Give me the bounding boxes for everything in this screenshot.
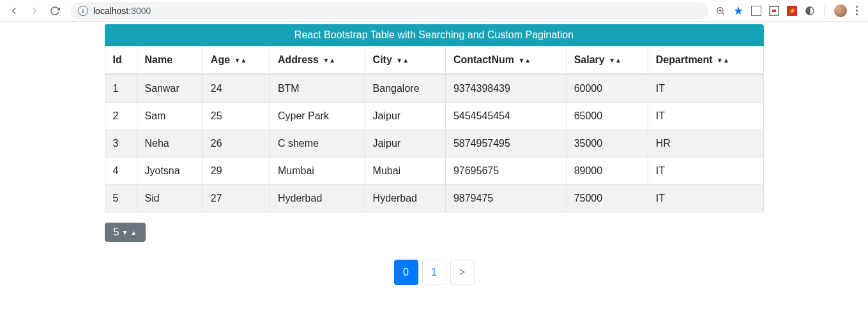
sort-desc-icon: ▼: [323, 57, 329, 64]
cell-id: 3: [105, 130, 137, 158]
cell-city: Hyderbad: [365, 185, 445, 212]
sort-desc-icon: ▼: [717, 57, 723, 64]
column-header-city[interactable]: City ▼ ▲: [365, 47, 445, 75]
cell-age: 24: [202, 75, 270, 103]
cell-salary: 75000: [566, 185, 648, 212]
menu-dots-icon[interactable]: [853, 3, 860, 18]
back-button[interactable]: [5, 2, 23, 20]
reload-button[interactable]: [46, 2, 64, 20]
info-icon: i: [78, 6, 88, 16]
column-label: ContactNum: [453, 54, 514, 65]
cell-id: 2: [105, 103, 137, 130]
data-table: IdNameAge ▼ ▲Address ▼ ▲City ▼ ▲ContactN…: [105, 46, 764, 212]
cell-contact: 5874957495: [445, 130, 566, 158]
pagination: 01>: [105, 260, 764, 285]
column-header-age[interactable]: Age ▼ ▲: [202, 47, 270, 75]
page-size-dropdown[interactable]: 5 ▼ ▲: [105, 223, 146, 242]
cell-age: 29: [202, 158, 270, 185]
sort-icons: ▼ ▲: [518, 57, 531, 64]
cell-id: 1: [105, 75, 137, 103]
address-bar[interactable]: i localhost:3000: [70, 2, 708, 20]
cell-city: Bangalore: [365, 75, 445, 103]
column-header-name: Name: [137, 47, 202, 75]
extension-red-icon[interactable]: ⚡: [786, 5, 798, 17]
sort-desc-icon: ▼: [396, 57, 402, 64]
cell-contact: 5454545454: [445, 103, 566, 130]
table-row: 1Sanwar24BTMBangalore937439843960000IT: [105, 75, 763, 103]
extension-box-icon[interactable]: [750, 5, 762, 17]
cell-name: Sam: [137, 103, 202, 130]
toolbar-right: ★ ⚡: [715, 3, 863, 18]
sort-asc-icon: ▲: [723, 57, 729, 64]
column-header-id: Id: [105, 47, 137, 75]
column-header-address[interactable]: Address ▼ ▲: [270, 47, 365, 75]
extension-card-icon[interactable]: [768, 5, 780, 17]
table-row: 3Neha26C shemeJaipur587495749535000HR: [105, 130, 763, 158]
table-row: 4Jyotsna29MumbaiMubai9769567589000IT: [105, 158, 763, 185]
caret-up-icon: ▲: [130, 229, 137, 236]
sort-icons: ▼ ▲: [323, 57, 335, 64]
column-label: Address: [278, 54, 319, 65]
browser-toolbar: i localhost:3000 ★ ⚡: [0, 0, 868, 22]
cell-city: Jaipur: [365, 103, 445, 130]
cell-contact: 9879475: [445, 185, 566, 212]
column-label: Age: [211, 54, 230, 65]
sort-icons: ▼ ▲: [717, 57, 729, 64]
cell-salary: 65000: [566, 103, 648, 130]
table-body: 1Sanwar24BTMBangalore937439843960000IT2S…: [105, 75, 763, 212]
page-next-button[interactable]: >: [450, 260, 475, 285]
cell-dept: IT: [648, 185, 763, 212]
zoom-icon[interactable]: [715, 5, 726, 17]
cell-address: Mumbai: [270, 158, 365, 185]
cell-age: 25: [202, 103, 270, 130]
sort-desc-icon: ▼: [234, 57, 241, 64]
sort-icons: ▼ ▲: [234, 57, 247, 64]
cell-id: 5: [105, 185, 137, 212]
cell-name: Jyotsna: [137, 158, 202, 185]
cell-age: 26: [202, 130, 270, 158]
page-container: React Bootstrap Table with Searching and…: [105, 22, 764, 311]
cell-city: Jaipur: [365, 130, 445, 158]
column-header-contactnum[interactable]: ContactNum ▼ ▲: [445, 47, 566, 75]
column-header-salary[interactable]: Salary ▼ ▲: [566, 47, 648, 75]
sort-asc-icon: ▲: [524, 57, 531, 64]
cell-id: 4: [105, 158, 137, 185]
cell-contact: 97695675: [445, 158, 566, 185]
cell-salary: 35000: [566, 130, 648, 158]
cell-name: Sanwar: [137, 75, 202, 103]
table-header-bar: React Bootstrap Table with Searching and…: [105, 24, 764, 46]
page-size-value: 5: [114, 226, 119, 238]
sort-asc-icon: ▲: [240, 57, 247, 64]
cell-salary: 89000: [566, 158, 648, 185]
toolbar-divider: [825, 5, 825, 17]
extension-moon-icon[interactable]: [804, 5, 816, 17]
cell-name: Neha: [137, 130, 202, 158]
sort-desc-icon: ▼: [518, 57, 524, 64]
svg-rect-2: [772, 10, 776, 12]
column-label: Name: [145, 54, 173, 65]
cell-address: BTM: [270, 75, 365, 103]
sort-icons: ▼ ▲: [396, 57, 409, 64]
cell-dept: IT: [648, 158, 763, 185]
sort-icons: ▼ ▲: [609, 57, 621, 64]
caret-down-icon: ▼: [121, 229, 128, 236]
sort-asc-icon: ▲: [329, 57, 335, 64]
page-button-1[interactable]: 1: [422, 260, 446, 285]
cell-contact: 9374398439: [445, 75, 566, 103]
sort-asc-icon: ▲: [615, 57, 621, 64]
cell-dept: IT: [648, 75, 763, 103]
table-header-row: IdNameAge ▼ ▲Address ▼ ▲City ▼ ▲ContactN…: [105, 47, 763, 75]
cell-age: 27: [202, 185, 270, 212]
column-label: Id: [113, 54, 122, 65]
column-label: City: [373, 54, 392, 65]
cell-address: Cyper Park: [270, 103, 365, 130]
bookmark-star-icon[interactable]: ★: [733, 5, 744, 17]
profile-avatar[interactable]: [834, 4, 847, 17]
page-button-0[interactable]: 0: [394, 260, 418, 285]
cell-dept: IT: [648, 103, 763, 130]
column-header-department[interactable]: Department ▼ ▲: [648, 47, 763, 75]
column-label: Salary: [574, 54, 605, 65]
cell-dept: HR: [648, 130, 763, 158]
forward-button[interactable]: [26, 2, 43, 20]
table-row: 2Sam25Cyper ParkJaipur545454545465000IT: [105, 103, 763, 130]
